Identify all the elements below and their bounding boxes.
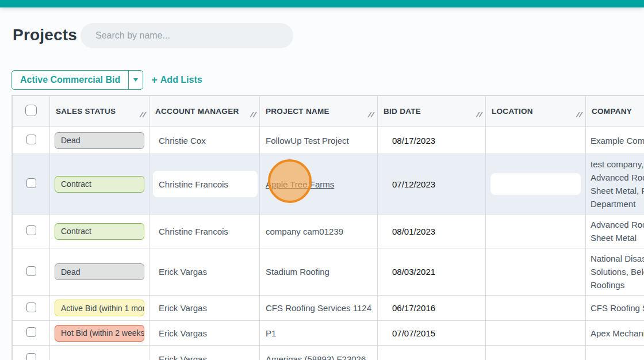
row-checkbox-cell — [13, 296, 50, 321]
column-resize-handle[interactable] — [369, 112, 373, 117]
select-all-header — [13, 96, 50, 127]
row-checkbox[interactable] — [26, 353, 36, 360]
account-manager-name: Christie Cox — [159, 136, 206, 145]
table-row: Active Bid (within 1 month)Erick VargasC… — [13, 296, 644, 321]
chevron-down-icon — [133, 78, 138, 82]
search-input[interactable] — [80, 23, 293, 48]
row-checkbox-cell — [13, 127, 50, 154]
location-input[interactable] — [490, 173, 581, 195]
table-row: DeadChristie CoxFollowUp Test Project08/… — [13, 127, 644, 154]
account-manager-name: Erick Vargas — [159, 303, 207, 313]
company-cell: Apex Mechanical — [586, 321, 644, 346]
account-manager-cell: Christine Francois — [150, 154, 260, 215]
location-cell — [486, 154, 586, 215]
row-checkbox-cell — [13, 215, 50, 248]
column-resize-handle[interactable] — [251, 112, 255, 117]
bid-date-cell: 07/12/2023 — [378, 154, 486, 215]
bid-date-cell: 08/17/2023 — [378, 127, 486, 154]
bid-date-cell: 07/07/2015 — [378, 321, 486, 346]
row-checkbox[interactable] — [26, 327, 36, 337]
column-header-company[interactable]: COMPANY — [586, 96, 644, 127]
sales-status-cell: Active Bid (within 1 month) — [50, 296, 150, 321]
add-lists-button[interactable]: + Add Lists — [151, 74, 202, 86]
top-accent-bar — [0, 0, 644, 7]
project-name: company cam01239 — [266, 227, 343, 236]
list-dropdown-toggle[interactable] — [128, 71, 143, 89]
status-badge[interactable]: Dead — [55, 132, 144, 149]
column-header-project-name[interactable]: PROJECT NAME — [260, 96, 378, 127]
column-header-location[interactable]: LOCATION — [486, 96, 586, 127]
project-name-cell: Amerigas (58893) F23026 — [260, 346, 378, 360]
project-name-cell: CFS Roofing Services 1124 — [260, 296, 378, 321]
projects-table: SALES STATUS ACCOUNT MANAGER PROJECT NAM… — [12, 95, 644, 360]
column-header-account-manager[interactable]: ACCOUNT MANAGER — [150, 96, 260, 127]
account-manager-name: Christine Francois — [159, 179, 228, 189]
column-resize-handle[interactable] — [577, 112, 581, 117]
select-all-checkbox[interactable] — [25, 105, 37, 116]
location-cell — [486, 127, 586, 154]
column-header-sales-status[interactable]: SALES STATUS — [50, 96, 150, 127]
bid-date-cell: 08/01/2023 — [378, 215, 486, 248]
table-row: Hot Bid (within 2 weeks)Erick VargasP107… — [13, 321, 644, 346]
account-manager-name: Erick Vargas — [159, 354, 207, 360]
company-cell: test company, Advanced Roofing & Sheet M… — [586, 154, 644, 215]
table-row: Erick VargasAmerigas (58893) F23026 — [13, 346, 644, 360]
location-cell — [486, 215, 586, 248]
table-row: ContractChristine FrancoisApple Tree Far… — [13, 154, 644, 215]
row-checkbox-cell — [13, 321, 50, 346]
company-cell — [586, 346, 644, 360]
account-manager-cell: Erick Vargas — [150, 346, 260, 360]
project-name-cell: company cam01239 — [260, 215, 378, 248]
project-name: Stadium Roofing — [266, 267, 329, 277]
status-badge[interactable]: Active Bid (within 1 month) — [55, 300, 144, 316]
location-cell — [486, 248, 586, 296]
sales-status-cell — [50, 346, 150, 360]
company-cell: National Disaster Solutions, Belofte Roo… — [586, 248, 644, 296]
project-name: CFS Roofing Services 1124 — [266, 303, 371, 313]
sales-status-cell: Hot Bid (within 2 weeks) — [50, 321, 150, 346]
company-cell: Example Company — [586, 127, 644, 154]
project-name: P1 — [266, 328, 276, 338]
sales-status-cell: Dead — [50, 127, 150, 154]
plus-icon: + — [151, 74, 158, 86]
add-lists-label: Add Lists — [160, 75, 202, 85]
account-manager-cell: Christine Francois — [150, 215, 260, 248]
column-resize-handle[interactable] — [477, 112, 481, 117]
account-manager-name: Christine Francois — [159, 227, 228, 236]
location-cell — [486, 296, 586, 321]
row-checkbox[interactable] — [26, 178, 36, 188]
row-checkbox-cell — [13, 248, 50, 296]
active-list-button[interactable]: Active Commercial Bid — [12, 70, 143, 90]
column-resize-handle[interactable] — [141, 112, 144, 117]
company-cell: CFS Roofing Services — [586, 296, 644, 321]
project-link[interactable]: Apple Tree Farms — [266, 179, 334, 189]
row-checkbox[interactable] — [26, 225, 36, 235]
page-title: Projects — [13, 26, 77, 44]
status-badge[interactable]: Dead — [55, 263, 144, 280]
account-manager-cell: Erick Vargas — [150, 321, 260, 346]
row-checkbox[interactable] — [26, 302, 36, 312]
row-checkbox[interactable] — [26, 135, 36, 144]
bid-date-cell: 06/17/2016 — [378, 296, 486, 321]
row-checkbox-cell — [13, 154, 50, 215]
account-manager-name: Erick Vargas — [159, 267, 207, 277]
account-manager-cell: Christie Cox — [150, 127, 260, 154]
row-checkbox[interactable] — [26, 266, 36, 276]
location-cell — [486, 346, 586, 360]
location-cell — [486, 321, 586, 346]
account-manager-cell: Erick Vargas — [150, 296, 260, 321]
project-name-cell: Stadium Roofing — [260, 248, 378, 296]
column-header-bid-date[interactable]: BID DATE — [378, 96, 486, 127]
list-toolbar: Active Commercial Bid + Add Lists — [12, 70, 202, 90]
company-cell: Advanced Roofing & Sheet Metal — [586, 215, 644, 248]
project-name-cell: P1 — [260, 321, 378, 346]
table-row: DeadErick VargasStadium Roofing08/03/202… — [13, 248, 644, 296]
status-badge[interactable]: Hot Bid (within 2 weeks) — [55, 325, 144, 342]
status-badge[interactable]: Contract — [55, 223, 144, 240]
project-name: FollowUp Test Project — [266, 136, 349, 145]
project-name-cell: FollowUp Test Project — [260, 127, 378, 154]
sales-status-cell: Contract — [50, 215, 150, 248]
table-row: ContractChristine Francoiscompany cam012… — [13, 215, 644, 248]
status-badge[interactable]: Contract — [55, 176, 144, 193]
sales-status-cell: Dead — [50, 248, 150, 296]
